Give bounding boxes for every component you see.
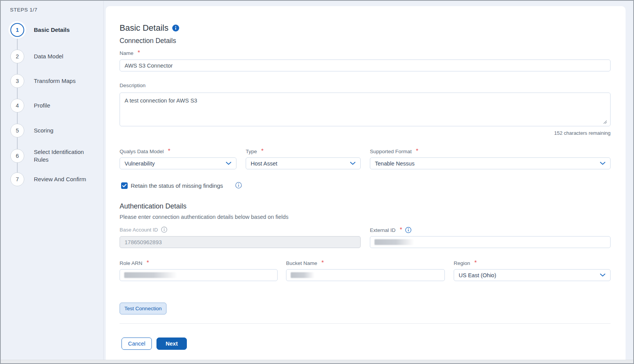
description-textarea[interactable]: A test connection for AWS S3 (120, 93, 611, 126)
resize-handle-icon[interactable] (602, 119, 607, 124)
footer-divider (120, 323, 611, 324)
step-number-badge: 5 (10, 124, 24, 137)
required-asterisk: * (261, 148, 263, 155)
role-arn-label: Role ARN* (120, 260, 149, 266)
type-label: Type* (246, 148, 264, 155)
sidebar-step-basic-details[interactable]: 1 Basic Details (10, 23, 95, 37)
redacted-value (124, 272, 177, 278)
page-title: Basic Details (120, 23, 179, 33)
sidebar-step-review-and-confirm[interactable]: 7 Review And Confirm (10, 172, 95, 186)
step-label: Select Identification Rules (34, 148, 95, 164)
sidebar-step-transform-maps[interactable]: 3 Transform Maps (10, 74, 95, 88)
next-button[interactable]: Next (156, 338, 187, 350)
step-label: Basic Details (34, 26, 95, 34)
required-asterisk: * (321, 260, 324, 266)
step-number-badge: 4 (10, 99, 24, 113)
chevron-down-icon (226, 162, 231, 165)
qualys-data-model-value: Vulnerability (125, 160, 155, 167)
supported-format-value: Tenable Nessus (375, 160, 414, 167)
name-label: Name* (120, 50, 140, 56)
bucket-name-input[interactable] (286, 269, 445, 281)
steps-progress-label: STEPS 1/7 (10, 7, 37, 13)
redacted-value (374, 239, 414, 245)
basic-details-panel: Basic Details Connection Details Name* D… (106, 6, 626, 361)
region-label: Region* (454, 260, 477, 266)
sidebar-step-data-model[interactable]: 2 Data Model (10, 50, 95, 63)
cancel-button[interactable]: Cancel (121, 338, 152, 350)
sidebar-step-scoring[interactable]: 5 Scoring (10, 124, 95, 137)
external-id-label: External ID* (370, 227, 411, 233)
horizontal-scrollbar-track[interactable] (1, 360, 633, 363)
role-arn-input[interactable] (120, 269, 278, 281)
step-label: Transform Maps (34, 77, 95, 85)
required-asterisk: * (416, 148, 418, 155)
qualys-data-model-select[interactable]: Vulnerability (120, 157, 236, 169)
region-value: US East (Ohio) (459, 272, 496, 278)
retain-status-label: Retain the status of missing findings (131, 182, 223, 189)
authentication-details-subheading: Please enter connection authentication d… (120, 214, 288, 220)
chevron-down-icon (600, 273, 606, 277)
description-label: Description (120, 83, 146, 88)
info-icon[interactable] (172, 25, 179, 31)
test-connection-button[interactable]: Test Connection (120, 303, 166, 314)
step-label: Scoring (34, 127, 95, 134)
page-title-text: Basic Details (120, 23, 168, 33)
supported-format-select[interactable]: Tenable Nessus (370, 157, 611, 169)
retain-status-checkbox[interactable] (121, 182, 128, 189)
required-asterisk: * (146, 260, 149, 266)
required-asterisk: * (138, 50, 140, 56)
step-label: Review And Confirm (34, 175, 95, 183)
step-number-badge: 6 (10, 149, 24, 163)
redacted-value (291, 272, 315, 278)
required-asterisk: * (400, 227, 402, 233)
connection-details-subtitle: Connection Details (120, 37, 176, 45)
connector-wizard-window: STEPS 1/7 1 Basic Details 2 Data Model 3… (0, 0, 634, 364)
characters-remaining-counter: 152 characters remaining (554, 130, 611, 136)
step-number-badge: 7 (10, 172, 24, 186)
type-select[interactable]: Host Asset (246, 157, 361, 169)
type-value: Host Asset (251, 160, 277, 167)
step-number-badge: 2 (10, 50, 24, 63)
chevron-down-icon (350, 162, 356, 165)
authentication-details-heading: Authentication Details (120, 202, 186, 210)
chevron-down-icon (600, 162, 606, 165)
sidebar-step-select-identification-rules[interactable]: 6 Select Identification Rules (10, 148, 95, 164)
region-select[interactable]: US East (Ohio) (454, 269, 611, 281)
qualys-data-model-label: Qualys Data Model* (120, 148, 170, 155)
base-account-id-input (120, 236, 361, 248)
info-icon[interactable] (405, 227, 411, 233)
step-number-badge: 3 (10, 74, 24, 88)
bucket-name-label: Bucket Name* (286, 260, 324, 266)
info-icon[interactable] (161, 227, 167, 233)
step-number-badge: 1 (10, 23, 24, 37)
supported-format-label: Supported Format* (370, 148, 418, 155)
base-account-id-label: Base Account ID (120, 227, 167, 233)
required-asterisk: * (168, 148, 170, 155)
external-id-input[interactable] (370, 236, 611, 248)
required-asterisk: * (474, 260, 477, 266)
sidebar-step-profile[interactable]: 4 Profile (10, 99, 95, 113)
step-label: Data Model (34, 53, 95, 60)
info-icon[interactable] (235, 182, 242, 189)
steps-sidebar: STEPS 1/7 1 Basic Details 2 Data Model 3… (1, 1, 104, 360)
step-label: Profile (34, 102, 95, 109)
name-input[interactable] (120, 60, 611, 71)
